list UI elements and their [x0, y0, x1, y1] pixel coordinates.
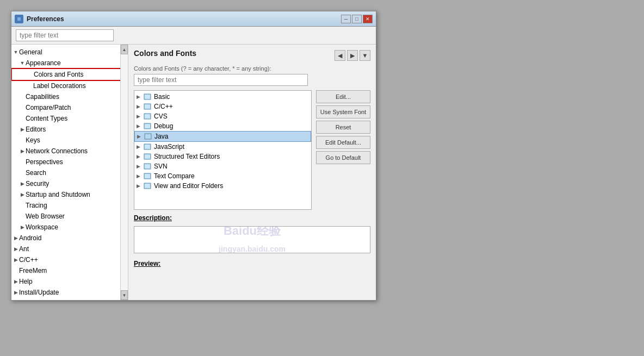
tree-item-appearance[interactable]: ▼ Appearance: [11, 58, 128, 68]
tree-item-c-cpp[interactable]: ▶ C/C++: [11, 254, 128, 265]
tree-item-install-update[interactable]: ▶ Install/Update: [11, 287, 128, 298]
tree-label-workspace: Workspace: [26, 223, 58, 231]
right-tree-item-java[interactable]: ▶ Java: [134, 131, 311, 142]
tree-label-install-update: Install/Update: [19, 289, 59, 296]
preferences-window: Preferences ─ □ ✕ ▼ General: [11, 11, 376, 301]
expand-arrow-freemem: [13, 267, 19, 274]
expand-java: ▶: [137, 134, 144, 139]
tree-item-workspace[interactable]: ▶ Workspace: [11, 222, 128, 233]
expand-arrow-c-cpp: ▶: [13, 257, 19, 263]
tree-item-compare-patch[interactable]: Compare/Patch: [11, 102, 128, 113]
edit-button[interactable]: Edit...: [316, 90, 370, 103]
right-tree-item-structured[interactable]: ▶ Structured Text Editors: [134, 152, 311, 161]
expand-arrow-appearance: ▼: [19, 60, 26, 66]
filter-description: Colors and Fonts (? = any character, * =…: [134, 65, 370, 72]
right-tree-item-cvs[interactable]: ▶ CVS: [134, 111, 311, 121]
svg-rect-7: [145, 114, 150, 118]
panel-toolbar: ◀ ▶ ▼: [335, 50, 370, 61]
label-java: Java: [154, 133, 168, 140]
tree-label-compare-patch: Compare/Patch: [26, 104, 71, 111]
tree-item-label-decorations[interactable]: Label Decorations: [11, 80, 128, 91]
svg-rect-5: [145, 104, 150, 109]
icon-text-compare: [143, 172, 152, 180]
expand-arrow-ant: ▶: [13, 246, 19, 252]
expand-arrow-editors: ▶: [19, 126, 26, 133]
expand-structured: ▶: [137, 154, 143, 159]
tree-item-keys[interactable]: Keys: [11, 135, 128, 146]
expand-arrow-compare-patch: [19, 104, 26, 111]
toolbar-menu-button[interactable]: ▼: [360, 50, 370, 61]
filter-input[interactable]: [16, 29, 114, 41]
tree-item-ant[interactable]: ▶ Ant: [11, 243, 128, 254]
right-tree-item-text-compare[interactable]: ▶ Text Compare: [134, 171, 311, 181]
tree-label-keys: Keys: [26, 136, 40, 144]
tree-label-ant: Ant: [19, 245, 29, 253]
tree-item-capabilities[interactable]: Capabilities: [11, 91, 128, 102]
tree-label-security: Security: [26, 180, 49, 188]
expand-text-compare: ▶: [137, 173, 143, 179]
icon-javascript: [143, 143, 152, 151]
tree-item-freemem[interactable]: FreeMem: [11, 265, 128, 276]
tree-item-general[interactable]: ▼ General: [11, 47, 128, 58]
minimize-button[interactable]: ─: [341, 15, 351, 23]
tree-label-tracing: Tracing: [26, 202, 47, 209]
right-tree-item-debug[interactable]: ▶ Debug: [134, 121, 311, 131]
expand-arrow-network: ▶: [19, 148, 26, 154]
icon-basic: [143, 93, 152, 101]
tree-item-security[interactable]: ▶ Security: [11, 178, 128, 189]
label-basic: Basic: [154, 93, 170, 101]
expand-debug: ▶: [137, 123, 143, 129]
svg-rect-15: [145, 154, 150, 159]
tree-label-editors: Editors: [26, 126, 46, 133]
expand-arrow-web-browser: [19, 213, 26, 220]
right-filter-input[interactable]: [134, 74, 308, 86]
tree-label-help: Help: [19, 278, 33, 285]
tree-item-network[interactable]: ▶ Network Connections: [11, 146, 128, 157]
tree-item-perspectives[interactable]: Perspectives: [11, 157, 128, 167]
right-tree-item-javascript[interactable]: ▶ JavaScript: [134, 142, 311, 152]
toolbar-forward-button[interactable]: ▶: [347, 50, 358, 61]
svg-rect-17: [145, 164, 150, 168]
window-title: Preferences: [27, 15, 341, 23]
right-tree-item-basic[interactable]: ▶ Basic: [134, 92, 311, 102]
icon-c-cpp: [143, 103, 152, 110]
window-icon: [15, 15, 23, 23]
edit-default-button[interactable]: Edit Default...: [316, 136, 370, 149]
expand-arrow-tracing: [19, 202, 26, 209]
tree-item-tracing[interactable]: Tracing: [11, 200, 128, 211]
tree-item-android[interactable]: ▶ Android: [11, 233, 128, 243]
tree-item-content-types[interactable]: Content Types: [11, 113, 128, 124]
expand-view-editor: ▶: [137, 183, 143, 189]
label-c-cpp: C/C++: [154, 103, 173, 110]
expand-arrow-security: ▶: [19, 180, 26, 187]
tree-label-content-types: Content Types: [26, 115, 67, 122]
maximize-button[interactable]: □: [352, 15, 362, 23]
window-controls: ─ □ ✕: [341, 15, 373, 23]
use-system-font-button[interactable]: Use System Font: [316, 105, 370, 118]
scroll-down[interactable]: ▼: [121, 290, 128, 300]
go-to-default-button[interactable]: Go to Default: [316, 151, 370, 164]
right-tree-item-view-editor[interactable]: ▶ View and Editor Folders: [134, 181, 311, 191]
tree-label-capabilities: Capabilities: [26, 93, 59, 101]
right-tree-item-svn[interactable]: ▶ SVN: [134, 161, 311, 171]
toolbar-back-button[interactable]: ◀: [335, 50, 345, 61]
tree-item-startup[interactable]: ▶ Startup and Shutdown: [11, 189, 128, 200]
right-tree-item-c-cpp[interactable]: ▶ C/C++: [134, 102, 311, 111]
label-debug: Debug: [154, 122, 173, 130]
action-buttons: Edit... Use System Font Reset Edit Defau…: [316, 90, 370, 164]
tree-label-label-deco: Label Decorations: [33, 82, 86, 90]
tree-item-help[interactable]: ▶ Help: [11, 276, 128, 287]
tree-item-colors-fonts[interactable]: Colors and Fonts: [11, 68, 128, 80]
watermark: Baidu经验 jingyan.baidu.com: [219, 226, 286, 253]
scroll-up[interactable]: ▲: [121, 45, 128, 54]
tree-label-appearance: Appearance: [26, 59, 61, 67]
scrollbar[interactable]: ▲ ▼: [120, 45, 128, 300]
close-button[interactable]: ✕: [363, 15, 373, 23]
content-row: ▶ Basic ▶ C/C++: [134, 90, 370, 210]
tree-item-web-browser[interactable]: Web Browser: [11, 211, 128, 222]
expand-arrow-capabilities: [19, 93, 26, 100]
tree-item-search[interactable]: Search: [11, 167, 128, 178]
expand-arrow-content-types: [19, 115, 26, 122]
reset-button[interactable]: Reset: [316, 121, 370, 134]
tree-item-editors[interactable]: ▶ Editors: [11, 124, 128, 135]
